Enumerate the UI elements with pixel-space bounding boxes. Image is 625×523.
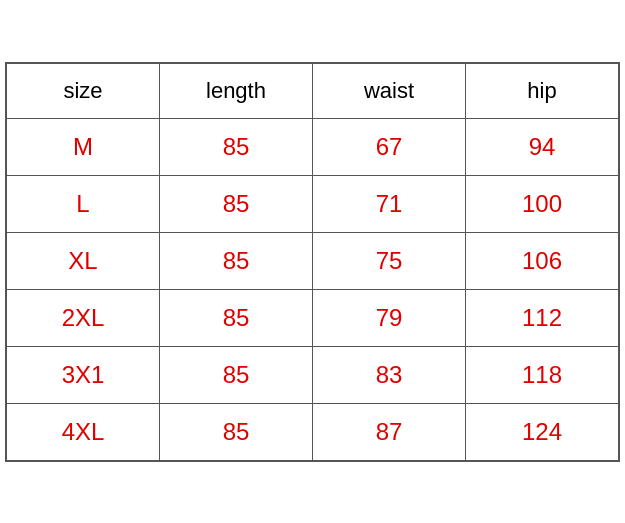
cell-hip: 112 — [466, 289, 619, 346]
size-chart-container: size length waist hip M856794L8571100XL8… — [5, 62, 620, 462]
cell-size: 3X1 — [7, 346, 160, 403]
cell-length: 85 — [160, 289, 313, 346]
cell-hip: 118 — [466, 346, 619, 403]
cell-length: 85 — [160, 175, 313, 232]
size-chart-table: size length waist hip M856794L8571100XL8… — [6, 63, 619, 461]
cell-length: 85 — [160, 403, 313, 460]
header-length: length — [160, 63, 313, 118]
cell-size: 4XL — [7, 403, 160, 460]
cell-size: 2XL — [7, 289, 160, 346]
cell-hip: 94 — [466, 118, 619, 175]
table-row: XL8575106 — [7, 232, 619, 289]
cell-size: XL — [7, 232, 160, 289]
cell-waist: 83 — [313, 346, 466, 403]
table-row: M856794 — [7, 118, 619, 175]
cell-length: 85 — [160, 232, 313, 289]
cell-waist: 79 — [313, 289, 466, 346]
header-waist: waist — [313, 63, 466, 118]
cell-size: L — [7, 175, 160, 232]
cell-length: 85 — [160, 118, 313, 175]
cell-waist: 67 — [313, 118, 466, 175]
table-row: 3X18583118 — [7, 346, 619, 403]
header-hip: hip — [466, 63, 619, 118]
cell-length: 85 — [160, 346, 313, 403]
cell-waist: 71 — [313, 175, 466, 232]
cell-hip: 100 — [466, 175, 619, 232]
cell-waist: 87 — [313, 403, 466, 460]
cell-hip: 106 — [466, 232, 619, 289]
header-row: size length waist hip — [7, 63, 619, 118]
table-row: 2XL8579112 — [7, 289, 619, 346]
table-row: 4XL8587124 — [7, 403, 619, 460]
header-size: size — [7, 63, 160, 118]
table-row: L8571100 — [7, 175, 619, 232]
cell-waist: 75 — [313, 232, 466, 289]
cell-hip: 124 — [466, 403, 619, 460]
cell-size: M — [7, 118, 160, 175]
